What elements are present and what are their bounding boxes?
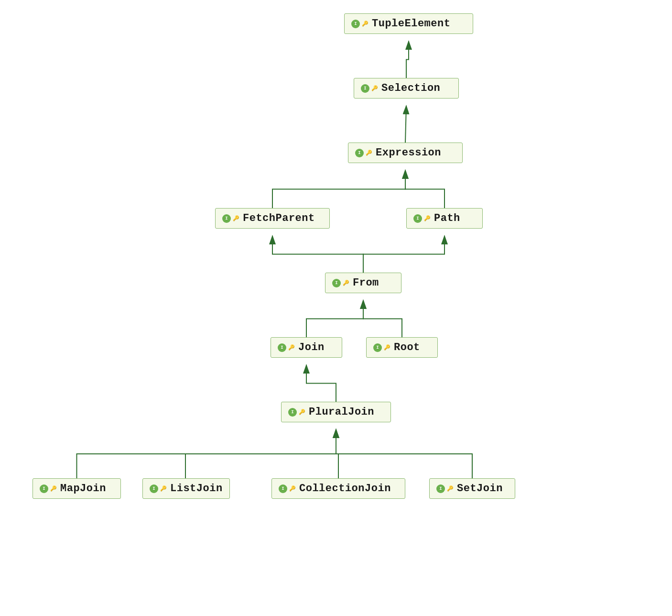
node-selection: I 🔑 Selection xyxy=(354,78,459,99)
interface-icon: I xyxy=(361,84,369,93)
node-label: From xyxy=(353,277,379,289)
node-icon: I 🔑 xyxy=(361,84,379,93)
node-icon: I 🔑 xyxy=(278,343,295,352)
interface-icon: I xyxy=(351,20,360,28)
key-icon: 🔑 xyxy=(342,279,350,287)
interface-icon: I xyxy=(413,214,422,223)
node-icon: I 🔑 xyxy=(373,343,391,352)
node-icon: I 🔑 xyxy=(355,149,373,157)
key-icon: 🔑 xyxy=(289,485,296,493)
node-label: MapJoin xyxy=(60,483,106,495)
interface-icon: I xyxy=(355,149,364,157)
node-label: Selection xyxy=(381,82,440,94)
interface-icon: I xyxy=(332,279,341,287)
key-icon: 🔑 xyxy=(232,215,240,222)
key-icon: 🔑 xyxy=(50,485,57,493)
key-icon: 🔑 xyxy=(371,85,379,92)
node-label: Root xyxy=(394,341,420,353)
connections-svg xyxy=(0,0,672,616)
interface-icon: I xyxy=(436,484,445,493)
key-icon: 🔑 xyxy=(361,20,369,28)
node-icon: I 🔑 xyxy=(288,408,306,417)
node-label: SetJoin xyxy=(457,483,503,495)
node-pluraljoin: I 🔑 PluralJoin xyxy=(281,402,391,422)
node-label: ListJoin xyxy=(170,483,223,495)
node-fetchparent: I 🔑 FetchParent xyxy=(215,208,330,229)
node-listjoin: I 🔑 ListJoin xyxy=(142,478,230,499)
key-icon: 🔑 xyxy=(288,344,295,352)
node-root: I 🔑 Root xyxy=(366,337,438,358)
node-icon: I 🔑 xyxy=(40,484,57,493)
node-label: PluralJoin xyxy=(309,406,374,418)
interface-icon: I xyxy=(150,484,158,493)
interface-icon: I xyxy=(40,484,48,493)
node-icon: I 🔑 xyxy=(332,279,350,287)
node-label: TupleElement xyxy=(372,18,450,30)
node-label: Path xyxy=(434,212,460,224)
node-expression: I 🔑 Expression xyxy=(348,143,463,163)
node-setjoin: I 🔑 SetJoin xyxy=(429,478,515,499)
diagram-container: I 🔑 TupleElement I 🔑 Selection I 🔑 Expre… xyxy=(0,0,672,616)
key-icon: 🔑 xyxy=(365,149,373,157)
key-icon: 🔑 xyxy=(446,485,454,493)
node-mapjoin: I 🔑 MapJoin xyxy=(33,478,121,499)
node-icon: I 🔑 xyxy=(436,484,454,493)
key-icon: 🔑 xyxy=(383,344,391,352)
interface-icon: I xyxy=(278,343,286,352)
key-icon: 🔑 xyxy=(160,485,167,493)
interface-icon: I xyxy=(279,484,287,493)
key-icon: 🔑 xyxy=(298,408,306,416)
node-label: FetchParent xyxy=(243,212,315,224)
node-from: I 🔑 From xyxy=(325,273,401,293)
key-icon: 🔑 xyxy=(423,215,431,222)
node-icon: I 🔑 xyxy=(413,214,431,223)
node-path: I 🔑 Path xyxy=(406,208,483,229)
node-collectionjoin: I 🔑 CollectionJoin xyxy=(271,478,405,499)
interface-icon: I xyxy=(373,343,382,352)
interface-icon: I xyxy=(222,214,231,223)
node-tupleelement: I 🔑 TupleElement xyxy=(344,13,473,34)
interface-icon: I xyxy=(288,408,297,417)
node-icon: I 🔑 xyxy=(150,484,167,493)
node-join: I 🔑 Join xyxy=(271,337,342,358)
node-icon: I 🔑 xyxy=(279,484,296,493)
node-label: Join xyxy=(298,341,325,353)
node-icon: I 🔑 xyxy=(351,20,369,28)
node-icon: I 🔑 xyxy=(222,214,240,223)
node-label: CollectionJoin xyxy=(299,483,391,495)
node-label: Expression xyxy=(376,147,441,159)
